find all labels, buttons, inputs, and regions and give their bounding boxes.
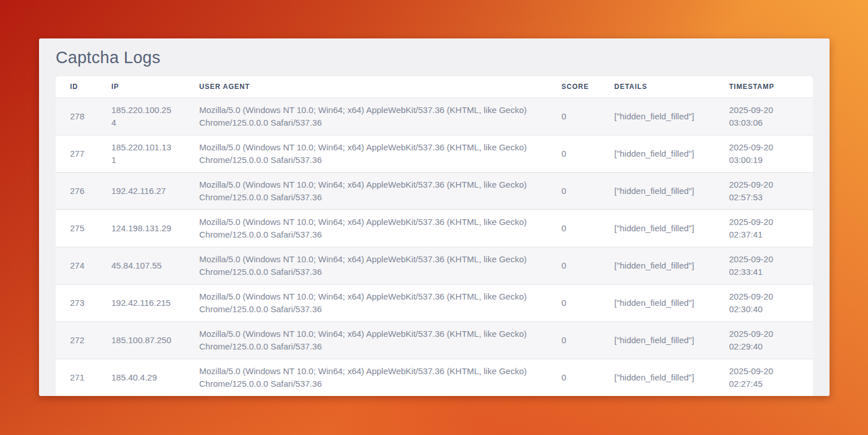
cell-details: ["hidden_field_filled"]	[600, 247, 715, 284]
cell-ip: 185.100.87.250	[97, 321, 185, 359]
cell-id: 276	[56, 172, 97, 209]
column-header-details: DETAILS	[600, 76, 715, 98]
cell-score: 0	[547, 247, 600, 284]
cell-id: 271	[56, 359, 97, 396]
cell-user-agent: Mozilla/5.0 (Windows NT 10.0; Win64; x64…	[185, 247, 547, 284]
table-row: 276 192.42.116.27 Mozilla/5.0 (Windows N…	[56, 172, 813, 209]
cell-id: 273	[56, 284, 97, 321]
cell-timestamp: 2025-09-20 02:37:41	[715, 209, 813, 247]
cell-ip: 185.220.101.131	[97, 135, 185, 172]
captcha-logs-card: Captcha Logs ID IP USER AGENT SCORE DETA…	[39, 38, 830, 396]
table-row: 272 185.100.87.250 Mozilla/5.0 (Windows …	[56, 321, 813, 359]
cell-ip: 185.40.4.29	[97, 359, 185, 396]
cell-score: 0	[547, 321, 600, 359]
cell-timestamp: 2025-09-20 03:03:06	[715, 98, 813, 135]
cell-ip: 185.220.100.254	[97, 98, 185, 135]
table-row: 277 185.220.101.131 Mozilla/5.0 (Windows…	[56, 135, 813, 172]
cell-score: 0	[547, 98, 600, 135]
cell-user-agent: Mozilla/5.0 (Windows NT 10.0; Win64; x64…	[185, 284, 547, 321]
column-header-id: ID	[56, 76, 97, 98]
cell-id: 274	[56, 247, 97, 284]
cell-score: 0	[547, 135, 600, 172]
cell-timestamp: 2025-09-20 02:27:45	[715, 359, 813, 396]
table-row: 274 45.84.107.55 Mozilla/5.0 (Windows NT…	[56, 247, 813, 284]
cell-timestamp: 2025-09-20 02:33:41	[715, 247, 813, 284]
column-header-user-agent: USER AGENT	[185, 76, 547, 98]
cell-details: ["hidden_field_filled"]	[600, 209, 715, 247]
table-row: 273 192.42.116.215 Mozilla/5.0 (Windows …	[56, 284, 813, 321]
cell-details: ["hidden_field_filled"]	[600, 172, 715, 209]
cell-id: 278	[56, 98, 97, 135]
cell-id: 272	[56, 321, 97, 359]
cell-user-agent: Mozilla/5.0 (Windows NT 10.0; Win64; x64…	[185, 172, 547, 209]
cell-user-agent: Mozilla/5.0 (Windows NT 10.0; Win64; x64…	[185, 135, 547, 172]
table-row: 275 124.198.131.29 Mozilla/5.0 (Windows …	[56, 209, 813, 247]
cell-score: 0	[547, 359, 600, 396]
cell-score: 0	[547, 172, 600, 209]
cell-score: 0	[547, 284, 600, 321]
cell-score: 0	[547, 209, 600, 247]
cell-timestamp: 2025-09-20 02:30:40	[715, 284, 813, 321]
cell-ip: 192.42.116.27	[97, 172, 185, 209]
table-row: 278 185.220.100.254 Mozilla/5.0 (Windows…	[56, 98, 813, 135]
cell-timestamp: 2025-09-20 02:57:53	[715, 172, 813, 209]
table-row: 271 185.40.4.29 Mozilla/5.0 (Windows NT …	[56, 359, 813, 396]
cell-user-agent: Mozilla/5.0 (Windows NT 10.0; Win64; x64…	[185, 98, 547, 135]
captcha-logs-table: ID IP USER AGENT SCORE DETAILS TIMESTAMP…	[56, 76, 813, 396]
cell-timestamp: 2025-09-20 02:29:40	[715, 321, 813, 359]
cell-timestamp: 2025-09-20 03:00:19	[715, 135, 813, 172]
cell-details: ["hidden_field_filled"]	[600, 321, 715, 359]
cell-details: ["hidden_field_filled"]	[600, 98, 715, 135]
cell-ip: 45.84.107.55	[97, 247, 185, 284]
cell-user-agent: Mozilla/5.0 (Windows NT 10.0; Win64; x64…	[185, 321, 547, 359]
cell-ip: 192.42.116.215	[97, 284, 185, 321]
cell-id: 275	[56, 209, 97, 247]
column-header-ip: IP	[97, 76, 185, 98]
cell-details: ["hidden_field_filled"]	[600, 135, 715, 172]
captcha-logs-table-container: ID IP USER AGENT SCORE DETAILS TIMESTAMP…	[56, 76, 813, 396]
cell-details: ["hidden_field_filled"]	[600, 284, 715, 321]
cell-id: 277	[56, 135, 97, 172]
column-header-score: SCORE	[547, 76, 600, 98]
cell-ip: 124.198.131.29	[97, 209, 185, 247]
page-title: Captcha Logs	[56, 48, 830, 67]
cell-user-agent: Mozilla/5.0 (Windows NT 10.0; Win64; x64…	[185, 359, 547, 396]
column-header-timestamp: TIMESTAMP	[715, 76, 813, 98]
table-header-row: ID IP USER AGENT SCORE DETAILS TIMESTAMP	[56, 76, 813, 98]
cell-details: ["hidden_field_filled"]	[600, 359, 715, 396]
cell-user-agent: Mozilla/5.0 (Windows NT 10.0; Win64; x64…	[185, 209, 547, 247]
